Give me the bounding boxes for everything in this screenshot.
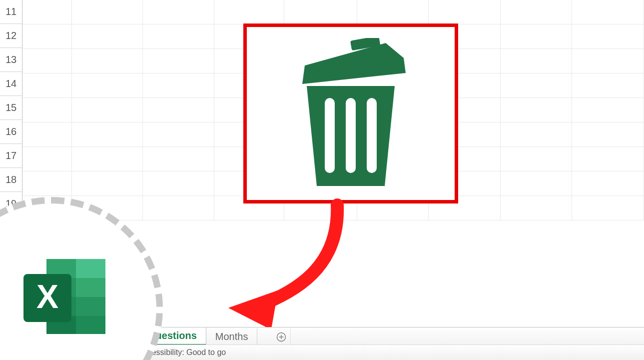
trash-icon [286, 38, 416, 190]
svg-text:X: X [36, 278, 58, 315]
cell[interactable] [143, 24, 215, 48]
cell[interactable] [143, 98, 215, 122]
cell[interactable] [72, 24, 143, 48]
cell[interactable] [72, 147, 143, 171]
cell[interactable] [143, 0, 215, 24]
cell[interactable] [143, 49, 215, 73]
cell[interactable] [501, 196, 573, 220]
svg-rect-14 [76, 278, 105, 297]
cell[interactable] [572, 0, 644, 24]
cell[interactable] [72, 0, 143, 24]
row-header[interactable]: 15 [0, 96, 22, 120]
cell[interactable] [572, 49, 644, 73]
add-sheet-button[interactable] [272, 328, 291, 345]
cell[interactable] [501, 147, 573, 171]
cell[interactable] [214, 0, 284, 24]
cell[interactable] [501, 122, 573, 146]
cell[interactable] [22, 147, 72, 171]
row-header[interactable]: 12 [0, 24, 22, 48]
cell[interactable] [143, 196, 215, 220]
plus-circle-icon [276, 332, 286, 342]
cell[interactable] [72, 49, 143, 73]
svg-rect-13 [76, 259, 105, 278]
cell[interactable] [72, 74, 143, 98]
cell[interactable] [143, 74, 215, 98]
cell[interactable] [72, 98, 143, 122]
cell[interactable] [143, 172, 215, 196]
cell[interactable] [357, 0, 429, 24]
cell[interactable] [22, 24, 72, 48]
cell[interactable] [22, 0, 72, 24]
row-header[interactable]: 14 [0, 72, 22, 96]
svg-rect-2 [346, 98, 356, 173]
cell[interactable] [22, 172, 72, 196]
cell[interactable] [501, 0, 573, 24]
svg-rect-15 [76, 297, 105, 316]
cell[interactable] [501, 74, 573, 98]
row-header[interactable]: 13 [0, 48, 22, 72]
row-header-column: 111213141516171819 [0, 0, 22, 216]
sheet-tab-label: Months [215, 331, 248, 342]
cell[interactable] [572, 172, 644, 196]
callout-box [243, 24, 458, 204]
cell[interactable] [143, 147, 215, 171]
cell[interactable] [72, 122, 143, 146]
sheet-tab-months[interactable]: Months [206, 328, 258, 345]
cell[interactable] [22, 98, 72, 122]
cell[interactable] [572, 24, 644, 48]
row-header[interactable]: 11 [0, 0, 22, 24]
cell[interactable] [72, 172, 143, 196]
cell[interactable] [572, 74, 644, 98]
cell[interactable] [143, 122, 215, 146]
svg-rect-1 [325, 98, 335, 173]
cell[interactable] [22, 122, 72, 146]
cell[interactable] [572, 147, 644, 171]
cell[interactable] [572, 122, 644, 146]
row-header[interactable]: 18 [0, 168, 22, 192]
row-header[interactable]: 16 [0, 120, 22, 144]
svg-rect-3 [367, 98, 377, 173]
cell[interactable] [501, 49, 573, 73]
excel-logo-icon: X [4, 264, 99, 353]
svg-rect-16 [76, 316, 105, 334]
cell[interactable] [501, 24, 573, 48]
cell[interactable] [22, 74, 72, 98]
cell[interactable] [572, 98, 644, 122]
grid-row [22, 0, 644, 24]
cell[interactable] [284, 0, 357, 24]
row-header[interactable]: 17 [0, 144, 22, 168]
cell[interactable] [22, 49, 72, 73]
cell[interactable] [572, 196, 644, 220]
cell[interactable] [501, 98, 573, 122]
cell[interactable] [501, 172, 573, 196]
cell[interactable] [429, 0, 501, 24]
